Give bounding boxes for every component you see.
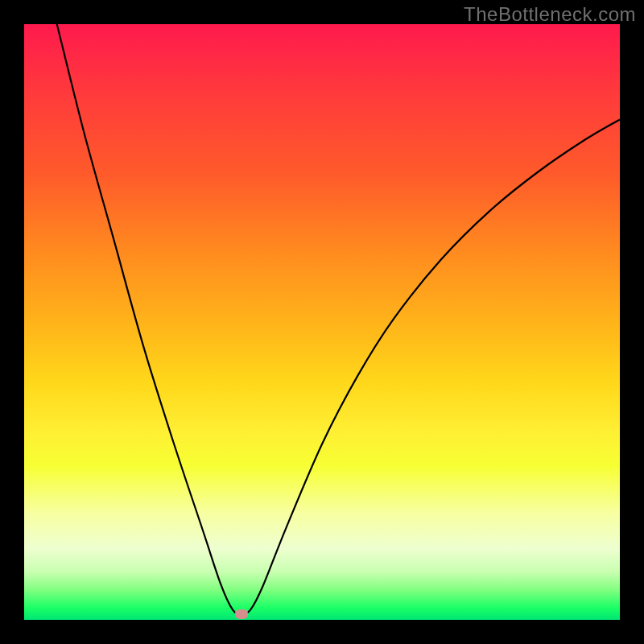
curve-path <box>57 24 620 614</box>
bottleneck-curve <box>24 24 620 620</box>
optimal-point-marker <box>235 609 248 619</box>
watermark-text: TheBottleneck.com <box>464 3 636 26</box>
chart-frame: TheBottleneck.com <box>0 0 644 644</box>
plot-area <box>24 24 620 620</box>
